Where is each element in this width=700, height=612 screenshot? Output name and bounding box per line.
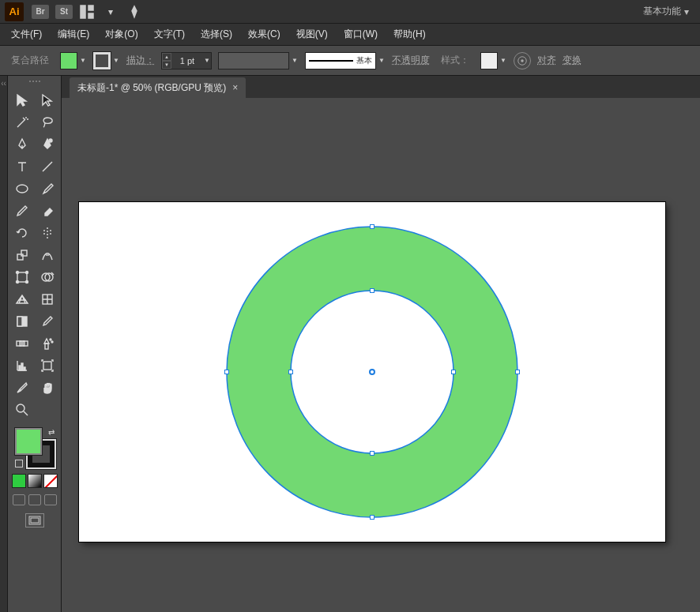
arrange-documents-icon[interactable]	[79, 5, 95, 19]
eyedropper-tool[interactable]	[36, 311, 59, 332]
artboard[interactable]	[79, 202, 665, 542]
stroke-label[interactable]: 描边：	[126, 54, 155, 67]
menu-object[interactable]: 对象(O)	[97, 24, 145, 44]
fill-stroke-indicator[interactable]: ⇄	[15, 428, 55, 467]
lasso-tool[interactable]	[36, 112, 59, 133]
svg-rect-26	[21, 363, 23, 370]
align-label[interactable]: 对齐	[537, 54, 556, 67]
menu-view[interactable]: 视图(V)	[288, 24, 336, 44]
anchor-inner-w[interactable]	[288, 370, 293, 374]
ellipse-tool[interactable]	[10, 178, 34, 199]
canvas[interactable]	[62, 98, 700, 612]
draw-behind-icon[interactable]	[28, 494, 41, 505]
selection-handle-e[interactable]	[515, 370, 520, 374]
menu-help[interactable]: 帮助(H)	[386, 24, 434, 44]
anchor-inner-s[interactable]	[370, 451, 374, 456]
brush-label: 基本	[356, 55, 372, 66]
gpu-preview-icon[interactable]	[126, 5, 142, 19]
transform-label[interactable]: 变换	[563, 54, 581, 67]
line-segment-tool[interactable]	[36, 156, 59, 177]
color-mode-gradient[interactable]	[28, 474, 42, 488]
free-transform-tool[interactable]	[10, 267, 34, 287]
anchor-inner-e[interactable]	[451, 370, 456, 374]
artboard-tool[interactable]	[36, 355, 59, 376]
symbol-sprayer-tool[interactable]	[36, 333, 59, 354]
selection-handle-n[interactable]	[370, 224, 374, 229]
direct-selection-tool[interactable]	[36, 90, 59, 111]
bridge-icon[interactable]: Br	[32, 5, 49, 19]
rotate-tool[interactable]	[10, 223, 34, 243]
svg-point-6	[17, 185, 28, 193]
menu-window[interactable]: 窗口(W)	[336, 24, 386, 44]
mesh-tool[interactable]	[36, 289, 59, 310]
blend-tool[interactable]	[10, 333, 34, 354]
menu-effect[interactable]: 效果(C)	[240, 24, 288, 44]
curvature-tool[interactable]	[36, 134, 59, 155]
style-dropdown-icon[interactable]: ▼	[499, 52, 507, 69]
menu-select[interactable]: 选择(S)	[193, 24, 240, 44]
hand-tool[interactable]	[36, 377, 59, 398]
default-fill-stroke-icon[interactable]	[15, 460, 23, 467]
panel-collapse-handle[interactable]: ‹‹	[0, 76, 8, 612]
color-mode-solid[interactable]	[12, 474, 26, 488]
draw-inside-icon[interactable]	[44, 494, 57, 505]
screen-mode-button[interactable]	[25, 513, 44, 528]
eraser-tool[interactable]	[36, 201, 59, 221]
perspective-grid-tool[interactable]	[10, 289, 34, 310]
stroke-width-dropdown-icon[interactable]: ▼	[203, 52, 211, 69]
pen-tool[interactable]	[10, 134, 34, 155]
svg-rect-27	[24, 367, 25, 370]
shape-builder-tool[interactable]	[36, 267, 59, 287]
title-bar: Ai Br St ▾ 基本功能 ▾	[0, 0, 700, 24]
zoom-tool[interactable]	[10, 400, 34, 420]
stroke-width-field[interactable]: ▲ ▼ ▼	[161, 52, 212, 69]
scale-tool[interactable]	[10, 245, 34, 265]
pencil-tool[interactable]	[10, 201, 34, 221]
type-tool[interactable]	[10, 156, 34, 177]
draw-normal-icon[interactable]	[13, 494, 25, 505]
selection-handle-w[interactable]	[224, 370, 229, 374]
selection-tool[interactable]	[10, 90, 34, 111]
stroke-dropdown-icon[interactable]: ▼	[112, 52, 120, 69]
menu-type[interactable]: 文字(T)	[146, 24, 193, 44]
slice-tool[interactable]	[10, 377, 34, 398]
document-tab[interactable]: 未标题-1* @ 50% (RGB/GPU 预览) ×	[70, 77, 246, 98]
magic-wand-tool[interactable]	[10, 112, 34, 133]
fill-swatch[interactable]	[60, 52, 77, 69]
fill-dropdown-icon[interactable]: ▼	[79, 52, 87, 69]
selection-center-icon	[369, 369, 375, 375]
svg-rect-7	[17, 254, 23, 260]
svg-rect-21	[20, 341, 24, 346]
stroke-swatch[interactable]	[93, 52, 111, 69]
stock-icon[interactable]: St	[55, 5, 73, 19]
dropdown-caret-icon[interactable]: ▾	[103, 5, 119, 19]
tab-close-icon[interactable]: ×	[232, 82, 238, 93]
menu-file[interactable]: 文件(F)	[3, 24, 50, 44]
gradient-tool[interactable]	[10, 311, 34, 332]
paintbrush-tool[interactable]	[36, 178, 59, 199]
svg-rect-19	[17, 341, 21, 346]
reflect-tool[interactable]	[36, 223, 59, 243]
menu-edit[interactable]: 编辑(E)	[50, 24, 97, 44]
recolor-artwork-icon[interactable]	[514, 52, 531, 69]
workspace-label: 基本功能	[643, 5, 681, 18]
panel-grip-icon[interactable]	[19, 81, 51, 85]
fill-color-box[interactable]	[15, 428, 42, 455]
color-mode-none[interactable]	[43, 474, 58, 488]
svg-point-4	[521, 59, 524, 62]
selection-handle-s[interactable]	[370, 515, 374, 520]
swap-fill-stroke-icon[interactable]: ⇄	[48, 428, 55, 437]
step-down-icon[interactable]: ▼	[162, 61, 171, 69]
step-up-icon[interactable]: ▲	[162, 53, 171, 61]
column-graph-tool[interactable]	[10, 355, 34, 376]
graphic-style-swatch[interactable]	[480, 52, 498, 69]
stroke-width-input[interactable]	[171, 53, 203, 69]
variable-width-profile[interactable]	[218, 52, 289, 69]
brush-dropdown-icon[interactable]: ▼	[378, 52, 386, 69]
workspace-switcher[interactable]: 基本功能 ▾	[637, 2, 695, 21]
brush-definition[interactable]: 基本	[305, 52, 376, 69]
profile-dropdown-icon[interactable]: ▼	[291, 52, 299, 69]
anchor-inner-n[interactable]	[370, 288, 374, 293]
opacity-label[interactable]: 不透明度	[392, 54, 430, 67]
width-tool[interactable]	[36, 245, 59, 265]
